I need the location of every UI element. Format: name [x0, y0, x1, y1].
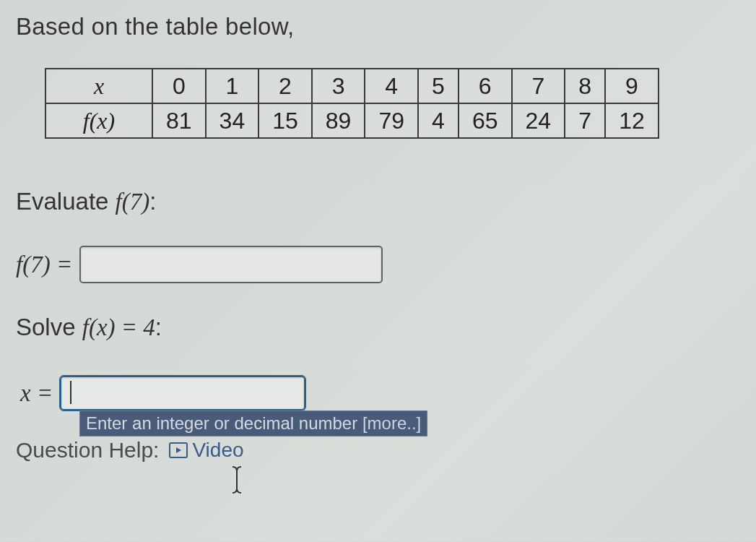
- table-cell: 9: [605, 69, 659, 103]
- table-cell: 1: [206, 69, 259, 103]
- intro-text: Based on the table below,: [16, 13, 740, 40]
- table-cell: 6: [459, 69, 512, 103]
- function-table: x 0 1 2 3 4 5 6 7 8 9 f(x) 81 34 15 89 7…: [45, 68, 740, 139]
- question-help-label: Question Help:: [16, 438, 159, 463]
- solve-answer-input[interactable]: [60, 376, 305, 410]
- table-cell: 5: [418, 69, 459, 103]
- row-header-x: x: [45, 69, 152, 103]
- table-cell: 34: [206, 103, 259, 138]
- solve-section: Solve f(x) = 4: x = Enter an integer or …: [16, 314, 740, 463]
- table-cell: 15: [258, 103, 312, 138]
- table-cell: 12: [605, 103, 659, 138]
- table-cell: 79: [365, 103, 418, 138]
- table-cell: 24: [512, 103, 565, 138]
- video-help-link[interactable]: Video: [169, 439, 243, 462]
- hint-more-link[interactable]: [more..]: [362, 413, 421, 433]
- table-cell: 89: [312, 103, 365, 138]
- table-cell: 8: [565, 69, 605, 103]
- text-cursor-icon: [228, 465, 246, 494]
- evaluate-answer-input[interactable]: [79, 246, 383, 283]
- table-cell: 81: [152, 103, 206, 138]
- evaluate-prompt: Evaluate f(7):: [16, 188, 740, 215]
- svg-marker-0: [176, 447, 181, 453]
- table-cell: 7: [512, 69, 565, 103]
- table-cell: 3: [312, 69, 365, 103]
- table-row-fx: f(x) 81 34 15 89 79 4 65 24 7 12: [45, 103, 659, 138]
- table-cell: 7: [565, 103, 605, 138]
- table-cell: 4: [365, 69, 418, 103]
- table-row-x: x 0 1 2 3 4 5 6 7 8 9: [45, 69, 659, 103]
- play-icon: [169, 442, 188, 458]
- table-cell: 0: [152, 69, 206, 103]
- evaluate-section: Evaluate f(7): f(7) =: [16, 188, 740, 283]
- table-cell: 4: [418, 103, 459, 138]
- evaluate-answer-label: f(7) =: [16, 251, 72, 278]
- solve-answer-label: x =: [20, 380, 53, 407]
- table-cell: 65: [459, 103, 512, 138]
- row-header-fx: f(x): [45, 103, 152, 138]
- solve-prompt: Solve f(x) = 4:: [16, 314, 740, 341]
- table-cell: 2: [258, 69, 312, 103]
- input-hint: Enter an integer or decimal number [more…: [79, 410, 427, 436]
